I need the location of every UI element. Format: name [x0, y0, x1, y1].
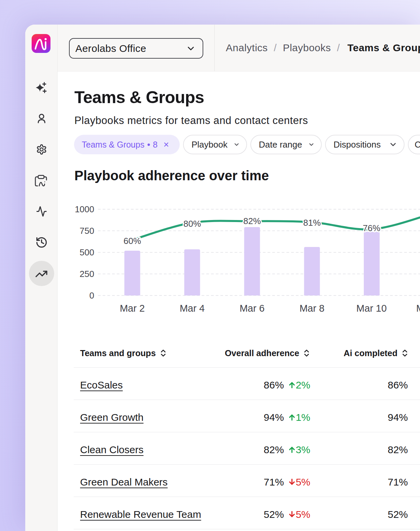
svg-text:76%: 76%: [363, 223, 380, 233]
svg-text:81%: 81%: [303, 218, 321, 228]
svg-text:750: 750: [80, 226, 94, 236]
svg-text:80%: 80%: [183, 219, 201, 229]
svg-text:1000: 1000: [75, 204, 94, 214]
svg-text:Mar 12: Mar 12: [416, 303, 420, 314]
svg-text:Mar 4: Mar 4: [180, 303, 205, 314]
svg-text:500: 500: [80, 247, 94, 257]
svg-text:0: 0: [90, 290, 94, 301]
svg-text:Mar 10: Mar 10: [356, 303, 387, 314]
svg-text:Mar 6: Mar 6: [240, 303, 265, 314]
svg-text:Mar 8: Mar 8: [300, 303, 324, 314]
svg-text:250: 250: [80, 269, 94, 279]
svg-text:Mar 2: Mar 2: [120, 303, 145, 314]
svg-text:82%: 82%: [243, 216, 261, 226]
svg-text:60%: 60%: [124, 236, 141, 246]
